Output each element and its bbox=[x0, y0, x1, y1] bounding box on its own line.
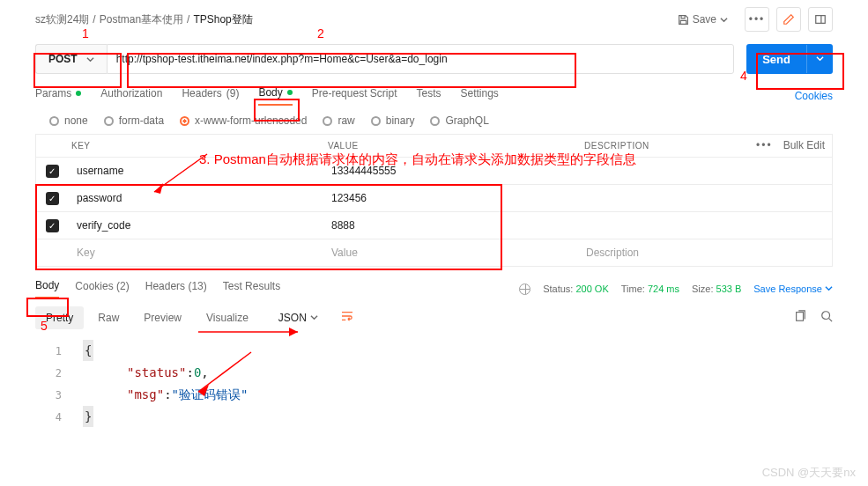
search-icon bbox=[820, 310, 833, 322]
key-cell[interactable]: password bbox=[68, 185, 323, 211]
method-select[interactable]: POST bbox=[35, 44, 107, 74]
size-label: Size: 533 B bbox=[692, 284, 741, 294]
wrap-icon bbox=[341, 311, 353, 321]
time-label: Time: 724 ms bbox=[621, 284, 679, 294]
chevron-down-icon bbox=[310, 313, 318, 321]
breadcrumb-sep: / bbox=[187, 13, 189, 26]
tab-body[interactable]: Body bbox=[258, 86, 292, 106]
breadcrumb-item[interactable]: Postman基本使用 bbox=[100, 12, 183, 27]
url-input[interactable] bbox=[107, 44, 735, 74]
svg-rect-0 bbox=[816, 16, 826, 24]
value-cell[interactable]: 123456 bbox=[323, 185, 577, 211]
tab-headers[interactable]: Headers (9) bbox=[182, 87, 239, 105]
checkbox[interactable]: ✓ bbox=[46, 192, 59, 205]
globe-icon[interactable] bbox=[519, 284, 530, 295]
status-label: Status: 200 OK bbox=[543, 284, 609, 294]
desc-cell[interactable] bbox=[577, 191, 832, 205]
save-icon bbox=[678, 14, 689, 26]
chevron-down-icon bbox=[825, 284, 833, 292]
search-button[interactable] bbox=[820, 310, 833, 325]
send-button[interactable]: Send bbox=[746, 44, 833, 74]
form-data-table: KEY VALUE DESCRIPTION ••• Bulk Edit ✓ us… bbox=[35, 134, 833, 267]
desc-placeholder[interactable]: Description bbox=[577, 239, 832, 266]
desc-cell[interactable] bbox=[577, 218, 832, 232]
edit-button[interactable] bbox=[776, 7, 801, 32]
resp-tab-tests[interactable]: Test Results bbox=[223, 280, 280, 298]
view-preview[interactable]: Preview bbox=[133, 306, 192, 329]
tab-prerequest[interactable]: Pre-request Script bbox=[312, 87, 397, 105]
view-raw[interactable]: Raw bbox=[87, 306, 130, 329]
key-placeholder[interactable]: Key bbox=[68, 239, 323, 266]
watermark: CSDN @天天要nx bbox=[762, 465, 856, 481]
wrap-lines-button[interactable] bbox=[330, 306, 364, 329]
checkbox[interactable]: ✓ bbox=[46, 219, 59, 232]
key-cell[interactable]: verify_code bbox=[68, 212, 323, 239]
breadcrumb: sz软测24期 / Postman基本使用 / TPShop登陆 bbox=[35, 12, 253, 27]
save-label: Save bbox=[693, 13, 716, 26]
tab-authorization[interactable]: Authorization bbox=[100, 87, 162, 105]
table-row[interactable]: ✓ verify_code 8888 bbox=[36, 212, 832, 239]
chevron-down-icon bbox=[720, 16, 728, 24]
breadcrumb-current: TPShop登陆 bbox=[193, 12, 252, 27]
radio-icon bbox=[323, 116, 332, 126]
cookies-link[interactable]: Cookies bbox=[795, 90, 833, 102]
dots-icon: ••• bbox=[749, 13, 766, 26]
save-response-button[interactable]: Save Response bbox=[753, 284, 833, 294]
tab-settings[interactable]: Settings bbox=[461, 87, 499, 105]
send-label: Send bbox=[746, 45, 806, 74]
svg-line-4 bbox=[829, 319, 833, 322]
table-row[interactable]: ✓ password 123456 bbox=[36, 185, 832, 212]
body-type-graphql[interactable]: GraphQL bbox=[430, 114, 488, 127]
breadcrumb-sep: / bbox=[93, 13, 95, 26]
view-pretty[interactable]: Pretty bbox=[35, 306, 84, 329]
desc-cell[interactable] bbox=[577, 164, 832, 178]
tab-tests[interactable]: Tests bbox=[416, 87, 441, 105]
body-type-xwww[interactable]: x-www-form-urlencoded bbox=[180, 114, 307, 127]
body-type-raw[interactable]: raw bbox=[323, 114, 354, 127]
resp-tab-headers[interactable]: Headers (13) bbox=[145, 280, 207, 298]
bulk-edit-link[interactable]: Bulk Edit bbox=[783, 139, 825, 151]
breadcrumb-item[interactable]: sz软测24期 bbox=[35, 12, 89, 27]
pencil-icon bbox=[783, 13, 795, 26]
value-cell[interactable]: 8888 bbox=[323, 212, 577, 239]
format-select[interactable]: JSON bbox=[270, 306, 327, 329]
body-type-none[interactable]: none bbox=[49, 114, 88, 127]
resp-tab-body[interactable]: Body bbox=[35, 279, 59, 298]
sidebar-toggle-button[interactable] bbox=[808, 7, 833, 32]
copy-icon bbox=[794, 310, 806, 322]
table-row-new[interactable]: Key Value Description bbox=[36, 239, 832, 266]
value-placeholder[interactable]: Value bbox=[323, 239, 577, 266]
svg-rect-2 bbox=[797, 313, 804, 321]
chevron-down-icon bbox=[86, 55, 94, 63]
radio-icon bbox=[104, 116, 114, 126]
copy-button[interactable] bbox=[794, 310, 806, 325]
checkbox[interactable]: ✓ bbox=[46, 165, 59, 178]
tab-params[interactable]: Params bbox=[35, 87, 81, 105]
table-row[interactable]: ✓ username 13344445555 bbox=[36, 158, 832, 185]
save-button[interactable]: Save bbox=[668, 8, 738, 31]
indicator-dot bbox=[76, 91, 81, 96]
response-body[interactable]: 1{ 2"status": 0, 3"msg": "验证码错误" 4} bbox=[0, 336, 868, 431]
view-visualize[interactable]: Visualize bbox=[196, 306, 259, 329]
body-type-formdata[interactable]: form-data bbox=[104, 114, 164, 127]
method-value: POST bbox=[48, 53, 78, 65]
radio-icon bbox=[49, 116, 59, 126]
indicator-dot bbox=[287, 90, 293, 95]
more-options-button[interactable]: ••• bbox=[745, 7, 769, 32]
key-cell[interactable]: username bbox=[68, 158, 323, 184]
col-key: KEY bbox=[36, 135, 319, 157]
radio-icon bbox=[430, 116, 440, 126]
chevron-down-icon bbox=[816, 55, 824, 63]
svg-point-3 bbox=[822, 312, 830, 320]
body-type-binary[interactable]: binary bbox=[371, 114, 415, 127]
table-options[interactable]: ••• bbox=[756, 139, 773, 151]
send-options[interactable] bbox=[806, 45, 833, 73]
radio-icon bbox=[180, 116, 189, 126]
value-cell[interactable]: 13344445555 bbox=[323, 158, 577, 184]
radio-icon bbox=[371, 116, 381, 126]
panel-icon bbox=[814, 13, 827, 26]
resp-tab-cookies[interactable]: Cookies (2) bbox=[75, 280, 129, 298]
col-value: VALUE bbox=[319, 135, 575, 157]
